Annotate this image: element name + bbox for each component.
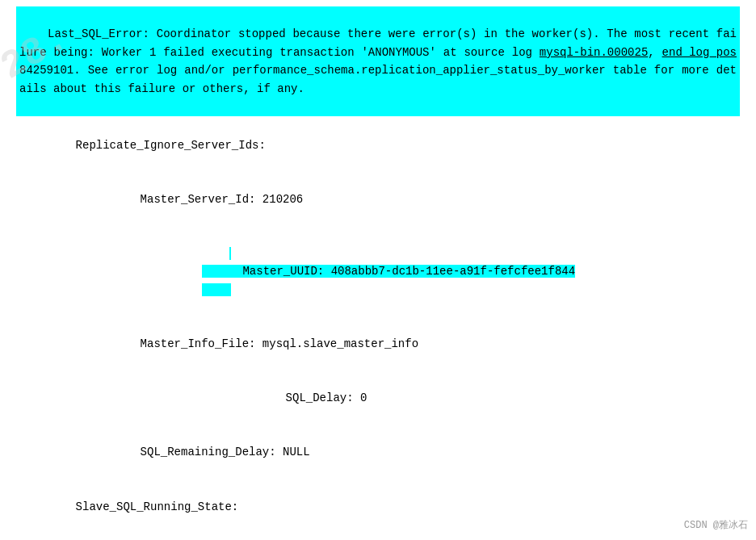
slave-sql-running-state-line: Slave_SQL_Running_State: xyxy=(16,479,740,534)
csdn-badge: CSDN @雅冰石 xyxy=(684,518,748,532)
sql-delay-line: SQL_Delay: 0 xyxy=(16,371,740,425)
main-content: 28. Last_SQL_Error: Coordinator stopped … xyxy=(0,0,756,540)
sql-remaining-delay: SQL_Remaining_Delay: NULL xyxy=(141,446,310,458)
sql-delay: SQL_Delay: 0 xyxy=(286,391,368,404)
master-info-file-line: Master_Info_File: mysql.slave_master_inf… xyxy=(16,317,740,371)
master-server-id: Master_Server_Id: 210206 xyxy=(141,193,304,206)
master-info-file: Master_Info_File: mysql.slave_master_inf… xyxy=(141,337,418,350)
slave-sql-running-state: Slave_SQL_Running_State: xyxy=(76,500,239,513)
master-uuid-line: Master_UUID: 408abbb7-dc1b-11ee-a91f-fef… xyxy=(16,227,740,317)
master-uuid: Master_UUID: 408abbb7-dc1b-11ee-a91f-fef… xyxy=(202,247,575,296)
master-retry-count-line: Master_Retry_Count: 86400 xyxy=(16,534,740,540)
replicate-ignore-server-ids: Replicate_Ignore_Server_Ids: xyxy=(76,139,266,152)
sql-remaining-delay-line: SQL_Remaining_Delay: NULL xyxy=(16,425,740,479)
replicate-ignore-server-ids-line: Replicate_Ignore_Server_Ids: xyxy=(16,118,740,172)
last-sql-error-line: Last_SQL_Error: Coordinator stopped beca… xyxy=(16,6,740,116)
last-sql-error-label: Last_SQL_Error: xyxy=(48,27,149,40)
master-server-id-line: Master_Server_Id: 210206 xyxy=(16,173,740,227)
